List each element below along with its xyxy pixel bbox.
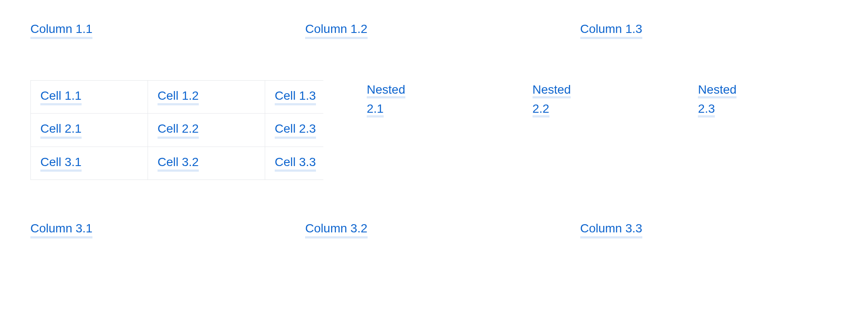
- nested-col-2-2: Nested 2.2: [533, 80, 672, 119]
- column-link-3-3[interactable]: Column 3.3: [580, 221, 642, 238]
- column-link-3-2[interactable]: Column 3.2: [305, 221, 367, 238]
- nested-table-wrapper: Cell 1.1 Cell 1.2 Cell 1.3 Cell 2.1 Cell…: [30, 80, 323, 180]
- cell-link-2-3[interactable]: Cell 2.3: [275, 121, 316, 139]
- table-cell: Cell 1.2: [148, 80, 265, 114]
- table-row: Cell 3.1 Cell 3.2 Cell 3.3: [31, 147, 324, 180]
- outer-col-1-1: Column 1.1: [30, 22, 288, 39]
- cell-link-3-1[interactable]: Cell 3.1: [40, 155, 82, 172]
- cell-link-3-3[interactable]: Cell 3.3: [275, 155, 316, 172]
- cell-link-1-1[interactable]: Cell 1.1: [40, 88, 82, 106]
- table-cell: Cell 3.2: [148, 147, 265, 180]
- nested-link-2-1[interactable]: Nested 2.1: [367, 83, 405, 118]
- outer-row-1: Column 1.1 Column 1.2 Column 1.3: [30, 22, 838, 39]
- table-cell: Cell 2.3: [265, 114, 324, 147]
- outer-col-3-3: Column 3.3: [580, 221, 838, 238]
- nested-link-wrap: Nested 2.1: [367, 80, 419, 119]
- column-link-1-3[interactable]: Column 1.3: [580, 22, 642, 39]
- column-link-1-1[interactable]: Column 1.1: [30, 22, 92, 39]
- table-cell: Cell 3.3: [265, 147, 324, 180]
- table-row: Cell 1.1 Cell 1.2 Cell 1.3: [31, 80, 324, 114]
- nested-link-2-3[interactable]: Nested 2.3: [698, 83, 736, 118]
- cell-link-2-2[interactable]: Cell 2.2: [158, 121, 199, 139]
- nested-col-2-1: Nested 2.1: [367, 80, 506, 119]
- cell-link-2-1[interactable]: Cell 2.1: [40, 121, 82, 139]
- outer-col-3-1: Column 3.1: [30, 221, 288, 238]
- nested-columns-group: Nested 2.1 Nested 2.2 Nested 2.3: [323, 80, 838, 119]
- cell-link-1-2[interactable]: Cell 1.2: [158, 88, 199, 106]
- outer-col-1-3: Column 1.3: [580, 22, 838, 39]
- table-cell: Cell 1.3: [265, 80, 324, 114]
- table-row: Cell 2.1 Cell 2.2 Cell 2.3: [31, 114, 324, 147]
- cell-link-3-2[interactable]: Cell 3.2: [158, 155, 199, 172]
- table-cell: Cell 3.1: [31, 147, 148, 180]
- cell-link-1-3[interactable]: Cell 1.3: [275, 88, 316, 106]
- outer-row-3: Column 3.1 Column 3.2 Column 3.3: [30, 221, 838, 238]
- column-link-3-1[interactable]: Column 3.1: [30, 221, 92, 238]
- nested-link-2-2[interactable]: Nested 2.2: [533, 83, 571, 118]
- table-cell: Cell 1.1: [31, 80, 148, 114]
- table-cell: Cell 2.2: [148, 114, 265, 147]
- outer-col-3-2: Column 3.2: [305, 221, 562, 238]
- nested-link-wrap: Nested 2.3: [698, 80, 750, 119]
- column-link-1-2[interactable]: Column 1.2: [305, 22, 367, 39]
- outer-col-1-2: Column 1.2: [305, 22, 562, 39]
- table-cell: Cell 2.1: [31, 114, 148, 147]
- nested-link-wrap: Nested 2.2: [533, 80, 585, 119]
- outer-row-2: Cell 1.1 Cell 1.2 Cell 1.3 Cell 2.1 Cell…: [30, 80, 838, 180]
- nested-col-2-3: Nested 2.3: [698, 80, 838, 119]
- nested-table: Cell 1.1 Cell 1.2 Cell 1.3 Cell 2.1 Cell…: [30, 80, 323, 180]
